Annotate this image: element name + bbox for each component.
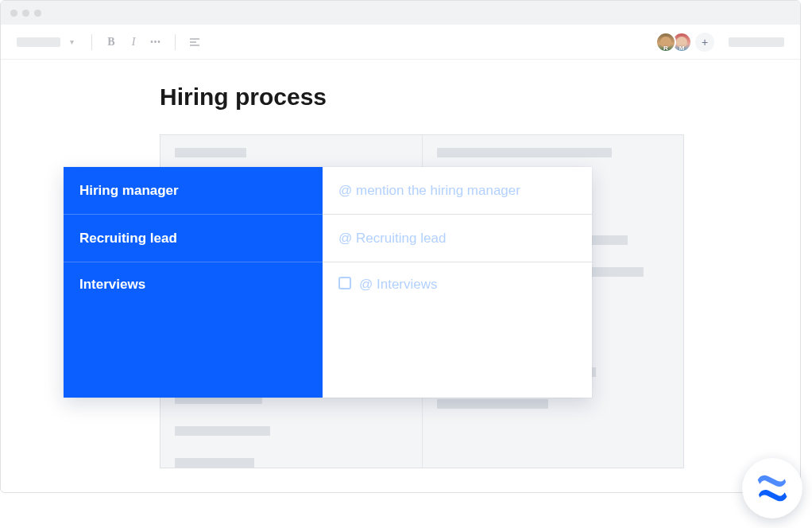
add-collaborator-button[interactable]: +	[695, 33, 714, 52]
style-dropdown[interactable]	[17, 37, 60, 47]
traffic-light-minimize[interactable]	[22, 10, 29, 17]
placeholder-line	[175, 426, 270, 436]
property-label-row[interactable]: Recruiting lead	[64, 215, 323, 262]
bold-button[interactable]: B	[102, 33, 121, 52]
toolbar-left-group: ▾ B I •••	[17, 33, 204, 52]
traffic-light-close[interactable]	[10, 10, 17, 17]
align-button[interactable]	[185, 33, 204, 52]
mention-placeholder: @ mention the hiring manager	[338, 183, 520, 199]
toolbar-divider	[175, 34, 176, 50]
traffic-light-maximize[interactable]	[34, 10, 41, 17]
toolbar-divider	[91, 34, 92, 50]
placeholder-line	[437, 148, 612, 157]
editor-toolbar: ▾ B I ••• R M +	[1, 25, 800, 60]
property-value-row[interactable]: @ mention the hiring manager	[323, 167, 592, 215]
mention-placeholder: @ Interviews	[359, 277, 438, 293]
italic-button[interactable]: I	[124, 33, 143, 52]
properties-popup: Hiring manager Recruiting lead Interview…	[64, 167, 592, 398]
property-label-row[interactable]: Interviews	[64, 262, 323, 398]
window-titlebar	[1, 1, 800, 25]
property-label: Hiring manager	[79, 183, 179, 199]
property-value-row[interactable]: @ Recruiting lead	[323, 215, 592, 262]
toolbar-right-group: R M +	[660, 32, 784, 52]
more-formatting-button[interactable]: •••	[146, 33, 165, 52]
confluence-icon	[756, 472, 789, 505]
placeholder-line	[175, 458, 254, 468]
align-left-icon	[189, 37, 200, 48]
property-label-row[interactable]: Hiring manager	[64, 167, 323, 215]
confluence-logo-badge[interactable]	[742, 458, 802, 518]
property-label: Recruiting lead	[79, 231, 177, 247]
property-value-row[interactable]: @ Interviews	[323, 262, 592, 398]
property-label: Interviews	[79, 277, 145, 293]
popup-labels-column: Hiring manager Recruiting lead Interview…	[64, 167, 323, 398]
placeholder-line	[437, 399, 548, 409]
mention-placeholder: @ Recruiting lead	[338, 231, 446, 247]
checkbox-icon[interactable]	[338, 277, 351, 289]
chevron-down-icon: ▾	[70, 37, 74, 46]
collaborator-avatar[interactable]: R	[655, 32, 676, 52]
placeholder-line	[175, 148, 246, 157]
page-title[interactable]: Hiring process	[160, 83, 768, 111]
toolbar-action-placeholder[interactable]	[729, 37, 784, 47]
popup-values-column: @ mention the hiring manager @ Recruitin…	[323, 167, 592, 398]
